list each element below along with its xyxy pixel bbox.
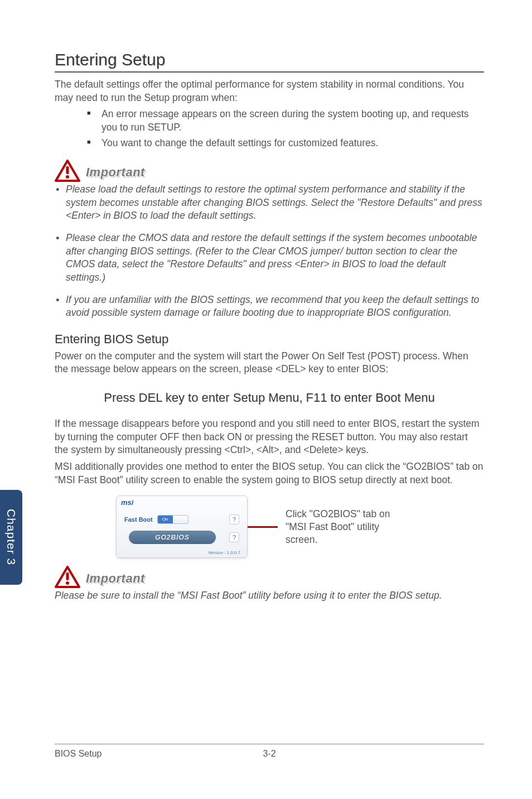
fastboot-label: Fast Boot — [124, 516, 153, 523]
help-button-2[interactable]: ? — [229, 532, 239, 542]
fastboot-figure-row: msi Fast Boot On ? GO2BIOS ? Version : 1… — [116, 495, 484, 558]
important-callout: Important Please load the default settin… — [55, 160, 484, 320]
intro-bullet-item: You want to change the default settings … — [87, 137, 484, 150]
important-label: Important — [86, 571, 145, 586]
fastboot-toggle[interactable]: On — [157, 515, 188, 524]
version-label: Version : 1.0.0.7 — [208, 550, 240, 555]
footer-page-number: 3-2 — [263, 749, 275, 759]
after-message-paragraph-2: MSI additionally provides one method to … — [55, 460, 484, 487]
toggle-on-label: On — [158, 516, 173, 523]
important-callout-2: Important Please be sure to install the … — [55, 566, 484, 603]
warning-triangle-icon — [55, 160, 80, 182]
help-button[interactable]: ? — [229, 514, 239, 524]
chapter-side-tab: Chapter 3 — [0, 490, 22, 585]
intro-bullet-list: An error message appears on the screen d… — [87, 108, 484, 150]
important-bullet-item: Please clear the CMOS data and restore t… — [55, 232, 484, 285]
go2bios-button[interactable]: GO2BIOS — [129, 531, 216, 544]
important-2-text: Please be sure to install the “MSI Fast … — [55, 589, 484, 603]
page-footer: BIOS Setup 3-2 — [55, 744, 484, 759]
important-bullet-item: If you are unfamiliar with the BIOS sett… — [55, 293, 484, 320]
intro-paragraph: The default settings offer the optimal p… — [55, 78, 484, 104]
svg-point-2 — [66, 175, 69, 179]
figure-caption: Click "GO2BIOS" tab on "MSI Fast Boot" u… — [286, 508, 408, 546]
after-message-paragraph-1: If the message disappears before you res… — [55, 417, 484, 457]
msi-brand-logo: msi — [121, 498, 133, 507]
heading-entering-setup: Entering Setup — [55, 50, 484, 73]
warning-triangle-icon — [55, 566, 80, 588]
post-paragraph: Power on the computer and the system wil… — [55, 350, 484, 376]
important-bullet-list: Please load the default settings to rest… — [55, 183, 484, 320]
heading-entering-bios-setup: Entering BIOS Setup — [55, 332, 484, 346]
important-bullet-item: Please load the default settings to rest… — [55, 183, 484, 223]
fastboot-utility-screenshot: msi Fast Boot On ? GO2BIOS ? Version : 1… — [116, 495, 248, 558]
intro-bullet-item: An error message appears on the screen d… — [87, 108, 484, 134]
svg-rect-4 — [66, 572, 69, 580]
press-del-message: Press DEL key to enter Setup Menu, F11 t… — [55, 391, 484, 405]
svg-rect-1 — [66, 166, 69, 174]
svg-point-5 — [66, 581, 69, 585]
important-label: Important — [86, 165, 145, 180]
